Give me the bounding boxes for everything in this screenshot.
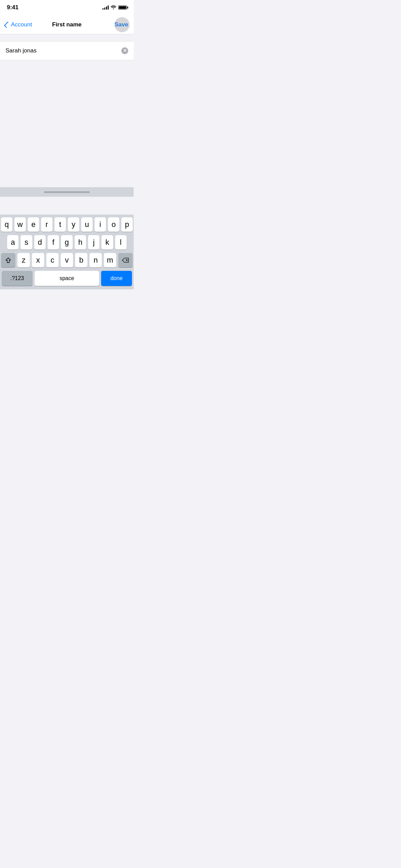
key-l[interactable]: l [115,235,126,250]
nav-bar: Account First name Save [0,15,134,34]
key-x[interactable]: x [32,253,44,267]
key-h[interactable]: h [75,235,86,250]
shift-key[interactable] [1,253,15,267]
status-bar: 9:41 [0,0,134,15]
keyboard: q w e r t y u i o p a s d f g h j k l z … [0,215,134,289]
wifi-icon [111,5,116,10]
keyboard-bottom-row: .?123 space done [1,271,133,286]
signal-bars-icon [102,5,109,10]
key-n[interactable]: n [89,253,102,267]
space-key[interactable]: space [35,271,99,286]
key-i[interactable]: i [95,217,106,232]
input-row: ✕ [0,41,134,60]
key-z[interactable]: z [17,253,30,267]
content-spacer [0,34,134,41]
key-b[interactable]: b [75,253,87,267]
key-k[interactable]: k [101,235,113,250]
save-button[interactable]: Save [97,21,128,28]
empty-content-area [0,60,134,187]
delete-key[interactable] [118,253,133,267]
key-t[interactable]: t [54,217,66,232]
shift-icon [5,257,12,264]
key-r[interactable]: r [41,217,52,232]
chevron-left-icon [4,21,10,27]
keyboard-row-3: z x c v b n m [1,253,133,267]
battery-icon [118,5,127,10]
key-m[interactable]: m [104,253,116,267]
save-button-overlay [114,17,130,32]
done-key[interactable]: done [101,271,132,286]
delete-icon [122,257,129,264]
key-a[interactable]: a [7,235,19,250]
key-p[interactable]: p [121,217,133,232]
back-label: Account [11,21,32,28]
status-icons [102,5,127,10]
nav-title: First name [52,21,82,28]
home-indicator [0,187,134,197]
key-f[interactable]: f [48,235,59,250]
key-v[interactable]: v [61,253,73,267]
keyboard-row-2: a s d f g h j k l [1,235,133,250]
keyboard-row-1: q w e r t y u i o p [1,217,133,232]
key-d[interactable]: d [34,235,46,250]
first-name-input[interactable] [5,47,121,54]
key-g[interactable]: g [61,235,72,250]
status-time: 9:41 [7,4,19,11]
key-j[interactable]: j [88,235,99,250]
key-q[interactable]: q [1,217,12,232]
key-s[interactable]: s [21,235,32,250]
key-c[interactable]: c [46,253,59,267]
key-e[interactable]: e [28,217,39,232]
key-o[interactable]: o [108,217,119,232]
home-bar [44,191,90,193]
key-u[interactable]: u [81,217,93,232]
clear-button[interactable]: ✕ [121,47,128,54]
numbers-key[interactable]: .?123 [2,271,33,286]
clear-icon: ✕ [123,48,127,53]
back-button[interactable]: Account [5,21,36,28]
key-y[interactable]: y [68,217,79,232]
key-w[interactable]: w [14,217,26,232]
